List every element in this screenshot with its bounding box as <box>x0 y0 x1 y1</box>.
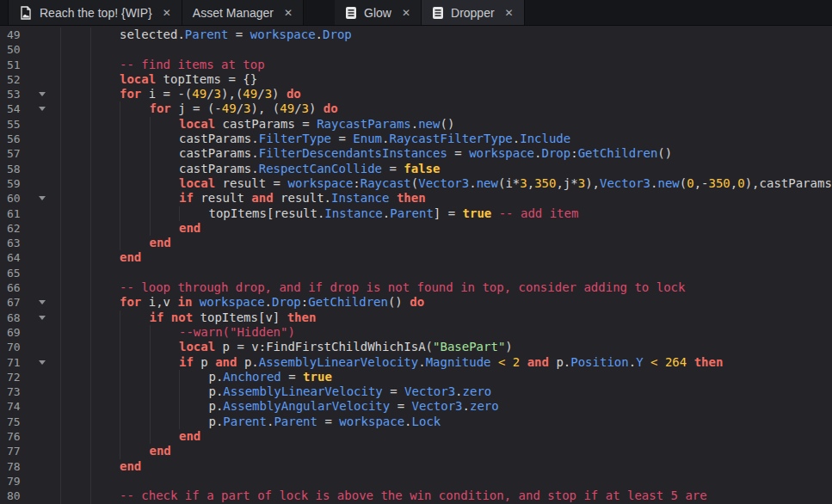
code-line[interactable]: 53for i = -(49/3),(49/3) do <box>0 87 832 101</box>
code-line[interactable]: 49selected.Parent = workspace.Drop <box>0 28 832 42</box>
code-text[interactable]: end <box>54 429 832 444</box>
close-icon[interactable]: ✕ <box>163 8 171 18</box>
close-icon[interactable]: ✕ <box>402 8 410 18</box>
fold-margin <box>29 474 54 489</box>
code-text[interactable]: p.AssemblyAngularVelocity = Vector3.zero <box>54 399 832 414</box>
code-line[interactable]: 54for j = (-49/3), (49/3) do <box>0 101 832 116</box>
code-line[interactable]: 62end <box>0 221 832 236</box>
code-text[interactable]: selected.Parent = workspace.Drop <box>54 28 832 42</box>
code-line[interactable]: 63end <box>0 236 832 250</box>
token-num: 0 <box>687 176 693 190</box>
code-line[interactable]: 58castParams.RespectCanCollide = false <box>0 162 832 176</box>
code-text[interactable] <box>54 42 832 57</box>
fold-toggle[interactable] <box>29 191 54 206</box>
code-text[interactable]: castParams.RespectCanCollide = false <box>54 162 832 176</box>
code-line[interactable]: 52local topItems = {} <box>0 72 832 87</box>
code-line[interactable]: 76end <box>0 429 832 444</box>
code-text[interactable]: p.AssemblyLinearVelocity = Vector3.zero <box>54 384 832 399</box>
indent-guide <box>60 250 90 265</box>
code-text[interactable]: end <box>54 236 832 250</box>
indent-guide <box>150 146 180 161</box>
token-bool: true <box>463 206 492 220</box>
code-line[interactable]: 77end <box>0 444 832 458</box>
code-text[interactable]: end <box>54 444 832 458</box>
fold-toggle[interactable] <box>29 101 54 116</box>
script-editor[interactable]: 49selected.Parent = workspace.Drop5051--… <box>0 26 832 504</box>
token-plain: p = v:FindFirstChildWhichIsA( <box>215 340 433 353</box>
fold-toggle[interactable] <box>29 310 54 325</box>
code-text[interactable]: p.Parent.Parent = workspace.Lock <box>54 415 832 429</box>
line-number: 72 <box>0 370 29 384</box>
code-text[interactable]: castParams.FilterDescendantsInstances = … <box>54 146 832 161</box>
code-text[interactable]: --warn("Hidden") <box>54 325 832 340</box>
code-text[interactable]: p.Anchored = true <box>54 370 832 384</box>
code-line[interactable]: 69--warn("Hidden") <box>0 325 832 340</box>
code-line[interactable]: 74p.AssemblyAngularVelocity = Vector3.ze… <box>0 399 832 414</box>
code-line[interactable]: 67for i,v in workspace.Drop:GetChildren(… <box>0 295 832 310</box>
code-line[interactable]: 79 <box>0 474 832 489</box>
code-line[interactable]: 61topItems[result.Instance.Parent] = tru… <box>0 206 832 221</box>
code-line[interactable]: 72p.Anchored = true <box>0 370 832 384</box>
code-text[interactable]: -- find items at top <box>54 58 832 72</box>
code-text[interactable]: end <box>54 250 832 265</box>
fold-toggle[interactable] <box>29 87 54 101</box>
code-line[interactable]: 78end <box>0 459 832 474</box>
code-text[interactable]: local castParams = RaycastParams.new() <box>54 117 832 132</box>
code-line[interactable]: 65 <box>0 266 832 280</box>
editor-tab-dropper[interactable]: Dropper✕ <box>422 0 525 25</box>
indent-guide <box>90 221 120 236</box>
code-text[interactable] <box>54 266 832 280</box>
code-text[interactable]: if not topItems[v] then <box>54 310 832 325</box>
code-text[interactable]: if p and p.AssemblyLinearVelocity.Magnit… <box>54 355 832 370</box>
code-line[interactable]: 75p.Parent.Parent = workspace.Lock <box>0 415 832 429</box>
editor-tab-reach-the-top[interactable]: Reach the top! {WIP}✕ <box>9 0 182 25</box>
code-line[interactable]: 60if result and result.Instance then <box>0 191 832 206</box>
code-text[interactable] <box>54 474 832 489</box>
token-plain: castParams. <box>179 132 259 145</box>
code-line[interactable]: 50 <box>0 42 832 57</box>
code-text[interactable]: for j = (-49/3), (49/3) do <box>54 101 832 116</box>
code-line[interactable]: 56castParams.FilterType = Enum.RaycastFi… <box>0 132 832 146</box>
code-text[interactable]: -- check if a part of lock is above the … <box>54 489 832 503</box>
code-line[interactable]: 73p.AssemblyLinearVelocity = Vector3.zer… <box>0 384 832 399</box>
code-text[interactable]: castParams.FilterType = Enum.RaycastFilt… <box>54 132 832 146</box>
code-line[interactable]: 59local result = workspace:Raycast(Vecto… <box>0 176 832 191</box>
code-line[interactable]: 70local p = v:FindFirstChildWhichIsA("Ba… <box>0 340 832 354</box>
code-line[interactable]: 64end <box>0 250 832 265</box>
code-line[interactable]: 66-- loop through drop, and if drop is n… <box>0 280 832 295</box>
editor-tab-asset-manager[interactable]: Asset Manager✕ <box>182 0 304 25</box>
indent-guide <box>120 162 150 176</box>
close-icon[interactable]: ✕ <box>284 8 293 18</box>
indent-guide <box>90 295 120 310</box>
code-line[interactable]: 68if not topItems[v] then <box>0 310 832 325</box>
fold-toggle[interactable] <box>29 355 54 370</box>
code-text[interactable]: local result = workspace:Raycast(Vector3… <box>54 176 832 191</box>
code-line[interactable]: 71if p and p.AssemblyLinearVelocity.Magn… <box>0 355 832 370</box>
indent-guide <box>179 384 209 399</box>
token-plain: ) <box>505 340 512 353</box>
token-plain: i = -( <box>141 87 192 101</box>
fold-margin <box>29 58 54 72</box>
code-text[interactable]: -- loop through drop, and if drop is not… <box>54 280 832 295</box>
token-plain: ) <box>272 87 287 101</box>
code-text[interactable]: end <box>54 459 832 474</box>
close-icon[interactable]: ✕ <box>505 8 514 18</box>
fold-toggle[interactable] <box>29 295 54 310</box>
code-text[interactable]: topItems[result.Instance.Parent] = true … <box>54 206 832 221</box>
token-prop: AssemblyLinearVelocity <box>223 384 382 398</box>
line-number: 60 <box>0 191 29 206</box>
code-text[interactable]: local topItems = {} <box>54 72 832 87</box>
code-line[interactable]: 80-- check if a part of lock is above th… <box>0 489 832 503</box>
code-line[interactable]: 55local castParams = RaycastParams.new() <box>0 117 832 132</box>
code-text[interactable]: local p = v:FindFirstChildWhichIsA("Base… <box>54 340 832 354</box>
code-text[interactable]: if result and result.Instance then <box>54 191 832 206</box>
line-number: 51 <box>0 58 29 72</box>
token-plain: = <box>331 132 353 145</box>
indent-guide <box>120 384 150 399</box>
code-line[interactable]: 51-- find items at top <box>0 58 832 72</box>
editor-tab-glow[interactable]: Glow✕ <box>335 0 422 25</box>
code-text[interactable]: for i,v in workspace.Drop:GetChildren() … <box>54 295 832 310</box>
code-text[interactable]: end <box>54 221 832 236</box>
code-line[interactable]: 57castParams.FilterDescendantsInstances … <box>0 146 832 161</box>
code-text[interactable]: for i = -(49/3),(49/3) do <box>54 87 832 101</box>
